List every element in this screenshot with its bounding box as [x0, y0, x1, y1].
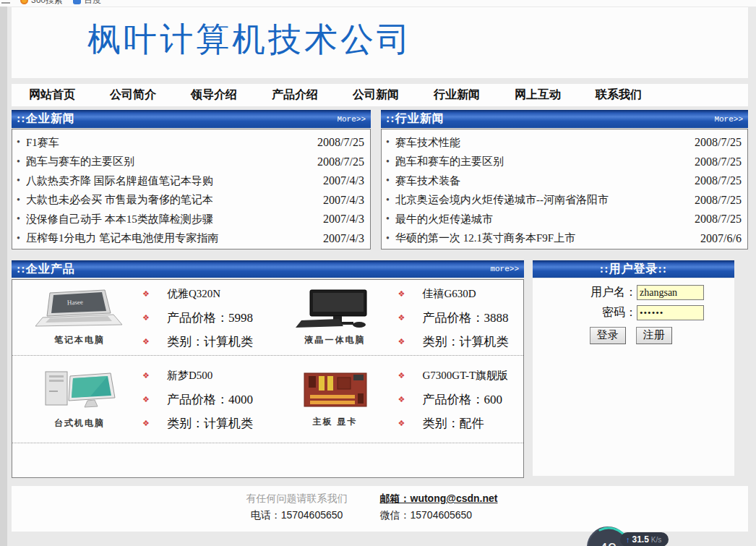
- list-item: • 跑车与赛车的主要区别 2008/7/25: [17, 153, 364, 172]
- industry-news-list: • 赛车技术性能 2008/7/25 • 跑车和赛车的主要区别 2008/7/2…: [381, 129, 748, 249]
- page-left-margin: [0, 7, 7, 546]
- bullet-icon: •: [386, 137, 395, 148]
- news-item-title[interactable]: 华硕的第一次 12.1英寸商务本F9F上市: [395, 231, 700, 245]
- speed-pill: ↑ 31.5 K/s: [620, 532, 669, 546]
- diamond-bullet-icon: ❖: [398, 419, 423, 428]
- speed-ball-widget[interactable]: 49 ↑ 31.5 K/s: [583, 522, 727, 546]
- bookmark-label: 360搜索: [31, 0, 63, 7]
- bullet-icon: •: [386, 213, 395, 225]
- nav-item-company-news[interactable]: 公司新闻: [353, 88, 434, 103]
- news-item-title[interactable]: 最牛的火炬传递城市: [395, 213, 695, 226]
- news-item-title[interactable]: 跑车和赛车的主要区别: [395, 155, 695, 169]
- industry-news-more-link[interactable]: More>>: [714, 115, 743, 124]
- company-news-list: • F1赛车 2008/7/25 • 跑车与赛车的主要区别 2008/7/25 …: [12, 129, 371, 249]
- site-title: 枫叶计算机技术公司: [87, 17, 413, 62]
- product-image-caption: 笔记本电脑: [22, 334, 137, 346]
- list-item: • 北京奥运会境内火炬传递城市--河南省洛阳市 2008/7/25: [386, 191, 742, 210]
- bullet-icon: •: [17, 213, 26, 225]
- nav-item-company-profile[interactable]: 公司简介: [110, 88, 191, 103]
- list-item: • 没保修自己动手 本本15类故障检测步骤 2007/4/3: [17, 210, 364, 229]
- news-item-title[interactable]: 赛车技术装备: [395, 174, 695, 188]
- news-item-date: 2008/7/25: [695, 155, 742, 169]
- laptop-image: Hasee: [33, 289, 126, 330]
- product-category: 计算机类: [204, 417, 253, 430]
- username-label: 用户名：: [563, 285, 637, 300]
- motherboard-image: [296, 370, 375, 412]
- products-title: ::企业产品: [17, 262, 75, 277]
- list-item: • 八款热卖齐降 国际名牌超值笔记本导购 2007/4/3: [17, 171, 364, 191]
- product-image-caption: 主板 显卡: [278, 416, 392, 428]
- page-content: 枫叶计算机技术公司 网站首页 公司简介 领导介绍 产品介绍 公司新闻 行业新闻 …: [12, 7, 748, 546]
- product-price: 600: [484, 393, 503, 406]
- products-list: Hasee 笔记本电脑 ❖优雅Q320N ❖产品价格：5998 ❖类别：计算机类: [12, 279, 524, 478]
- bullet-icon: •: [386, 175, 395, 187]
- industry-news-panel: ::行业新闻 More>> • 赛车技术性能 2008/7/25 • 跑车和赛车…: [381, 110, 748, 249]
- all-in-one-pc-image: [288, 289, 382, 330]
- news-item-title[interactable]: 赛车技术性能: [395, 136, 695, 150]
- diamond-bullet-icon: ❖: [398, 313, 423, 323]
- register-button[interactable]: 注册: [636, 327, 672, 344]
- diamond-bullet-icon: ❖: [398, 371, 423, 380]
- company-news-header: ::企业新闻 More>>: [12, 110, 371, 128]
- product-category: 配件: [460, 417, 484, 430]
- products-more-link[interactable]: more>>: [490, 265, 519, 273]
- product-card-all-in-one: 液晶一体电脑 ❖佳禧G630D ❖产品价格：3888 ❖类别：计算机类: [268, 280, 524, 355]
- footer-wechat-text: 微信：15704605650: [380, 509, 546, 522]
- laptop-brand-text: Hasee: [67, 299, 83, 307]
- password-input[interactable]: [637, 305, 704, 320]
- company-news-more-link[interactable]: More>>: [337, 115, 366, 124]
- nav-item-leadership[interactable]: 领导介绍: [191, 88, 272, 103]
- password-label: 密码：: [563, 305, 637, 320]
- news-item-date: 2007/4/3: [323, 194, 364, 207]
- news-item-title[interactable]: 压榨每1分电力 笔记本电池使用专家指南: [26, 231, 323, 245]
- product-card-desktop: 台式机电脑 ❖新梦D500 ❖产品价格：4000 ❖类别：计算机类: [12, 356, 268, 443]
- username-input[interactable]: [637, 285, 704, 300]
- news-item-title[interactable]: 大款也未必会买 市售最为奢侈的笔记本: [26, 193, 323, 207]
- product-category-label: 类别：: [167, 335, 204, 349]
- login-title: ::用户登录::: [600, 262, 667, 277]
- news-item-title[interactable]: 跑车与赛车的主要区别: [26, 155, 317, 169]
- login-form: 用户名： 密码： 登录 注册: [533, 278, 734, 476]
- bookmark-baidu[interactable]: 百度: [73, 0, 101, 7]
- desktop-pc-image: [33, 369, 126, 414]
- nav-item-products[interactable]: 产品介绍: [272, 88, 353, 103]
- product-price-label: 产品价格：: [167, 311, 228, 325]
- news-item-title[interactable]: 没保修自己动手 本本15类故障检测步骤: [26, 213, 323, 226]
- news-item-title[interactable]: 北京奥运会境内火炬传递城市--河南省洛阳市: [395, 193, 695, 207]
- company-news-title: ::企业新闻: [17, 111, 75, 127]
- bullet-icon: •: [17, 195, 26, 206]
- nav-item-industry-news[interactable]: 行业新闻: [434, 88, 515, 103]
- login-button[interactable]: 登录: [590, 327, 626, 344]
- product-image-caption: 台式机电脑: [22, 417, 137, 430]
- bookmark-360-search[interactable]: 360搜索: [20, 0, 63, 7]
- news-item-title[interactable]: 八款热卖齐降 国际名牌超值笔记本导购: [26, 174, 323, 188]
- news-item-date: 2008/7/25: [695, 213, 742, 226]
- product-card-laptop: Hasee 笔记本电脑 ❖优雅Q320N ❖产品价格：5998 ❖类别：计算机类: [12, 280, 268, 355]
- product-price-label: 产品价格：: [423, 311, 484, 325]
- news-item-date: 2007/4/3: [323, 174, 364, 187]
- login-header: ::用户登录::: [533, 260, 734, 278]
- news-item-date: 2008/7/25: [317, 136, 364, 149]
- list-item: • 华硕的第一次 12.1英寸商务本F9F上市 2007/6/6: [386, 229, 742, 249]
- product-name: 新梦D500: [167, 369, 212, 383]
- product-price-label: 产品价格：: [423, 393, 484, 406]
- news-item-title[interactable]: F1赛车: [26, 136, 317, 150]
- speed-unit: K/s: [651, 536, 661, 544]
- bookmarks-menu-icon[interactable]: [1, 0, 10, 4]
- list-item: • 大款也未必会买 市售最为奢侈的笔记本 2007/4/3: [17, 191, 364, 210]
- news-item-date: 2008/7/25: [695, 194, 742, 207]
- main-navigation: 网站首页 公司简介 领导介绍 产品介绍 公司新闻 行业新闻 网上互动 联系我们: [12, 84, 748, 106]
- news-item-date: 2007/4/3: [323, 213, 364, 226]
- baidu-icon: [73, 0, 81, 4]
- products-panel: ::企业产品 more>> Hasee: [12, 260, 524, 478]
- list-item: • 最牛的火炬传递城市 2008/7/25: [386, 210, 742, 229]
- list-item: • 跑车和赛车的主要区别 2008/7/25: [386, 153, 742, 172]
- product-image-caption: 液晶一体电脑: [278, 334, 392, 346]
- nav-item-interaction[interactable]: 网上互动: [515, 88, 596, 103]
- footer-email-link[interactable]: 邮箱：wutong@csdn.net: [380, 492, 546, 506]
- nav-item-contact[interactable]: 联系我们: [596, 88, 676, 103]
- nav-item-home[interactable]: 网站首页: [29, 88, 110, 103]
- bullet-icon: •: [17, 175, 26, 187]
- product-category-label: 类别：: [423, 335, 460, 349]
- product-price-label: 产品价格：: [167, 393, 228, 406]
